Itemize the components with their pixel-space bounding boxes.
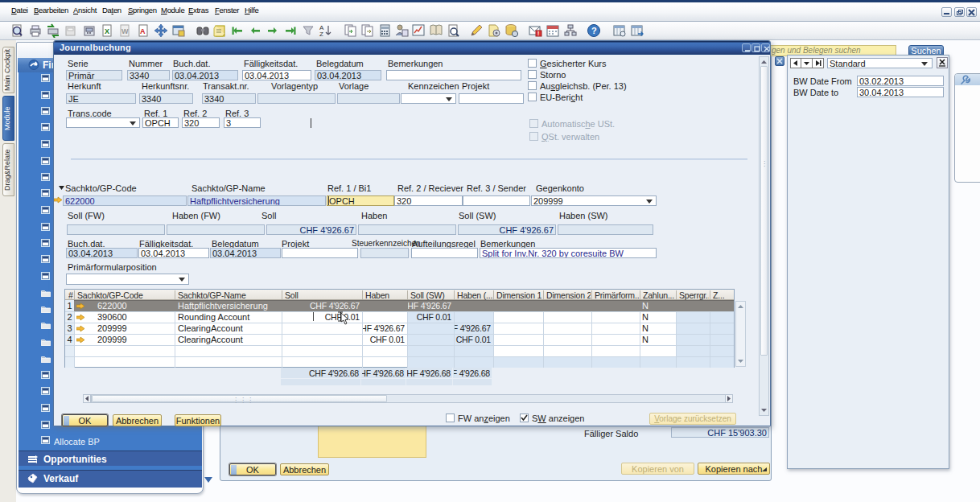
svg-text:X: X <box>105 27 109 35</box>
svg-text:A: A <box>140 27 146 35</box>
svg-text:!: ! <box>537 31 539 36</box>
svg-text:?: ? <box>591 26 597 35</box>
svg-text:Z: Z <box>319 31 323 38</box>
svg-text:W: W <box>121 27 129 35</box>
